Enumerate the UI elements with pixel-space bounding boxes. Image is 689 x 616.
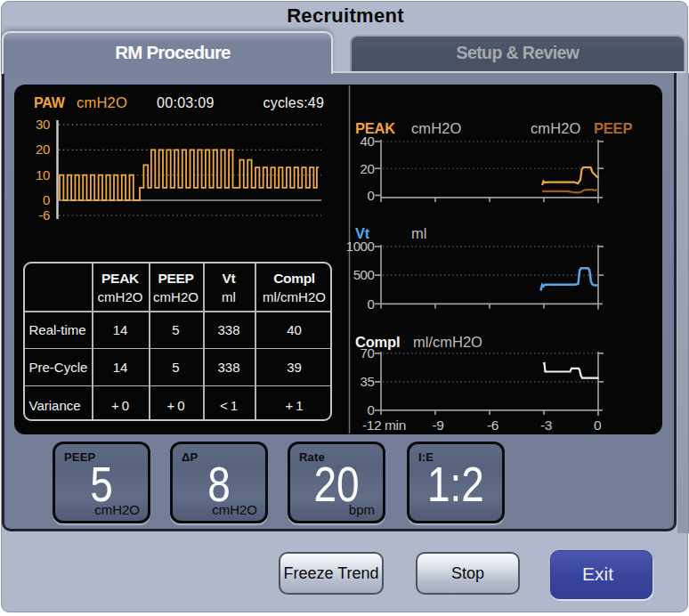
svg-text:20: 20 xyxy=(361,161,375,176)
svg-text:70: 70 xyxy=(361,345,375,361)
svg-text:cmH2O: cmH2O xyxy=(411,120,461,136)
svg-text:00:03:09: 00:03:09 xyxy=(157,95,215,110)
svg-text:0: 0 xyxy=(368,402,375,417)
svg-text:30: 30 xyxy=(36,117,50,132)
svg-text:-12 min: -12 min xyxy=(362,417,406,433)
svg-text:0: 0 xyxy=(368,188,375,203)
svg-text:ml: ml xyxy=(411,225,427,241)
svg-text:cmH2O: cmH2O xyxy=(531,120,580,136)
svg-text:-3: -3 xyxy=(540,417,552,433)
svg-text:PAW: PAW xyxy=(34,95,66,110)
svg-text:35: 35 xyxy=(361,374,375,389)
svg-text:0: 0 xyxy=(43,192,50,207)
svg-text:-9: -9 xyxy=(433,417,444,433)
svg-text:40: 40 xyxy=(361,134,375,149)
svg-text:-6: -6 xyxy=(38,207,50,223)
svg-text:20: 20 xyxy=(36,142,50,157)
svg-text:PEEP: PEEP xyxy=(594,120,632,136)
svg-text:0: 0 xyxy=(368,296,375,312)
svg-text:-6: -6 xyxy=(487,417,499,433)
svg-text:cmH2O: cmH2O xyxy=(77,94,127,110)
svg-text:ml/cmH2O: ml/cmH2O xyxy=(413,334,482,350)
svg-text:1000: 1000 xyxy=(346,239,375,254)
svg-text:0: 0 xyxy=(594,417,602,433)
svg-text:500: 500 xyxy=(353,267,375,282)
svg-text:cycles:49: cycles:49 xyxy=(263,95,325,110)
svg-text:10: 10 xyxy=(36,167,50,182)
